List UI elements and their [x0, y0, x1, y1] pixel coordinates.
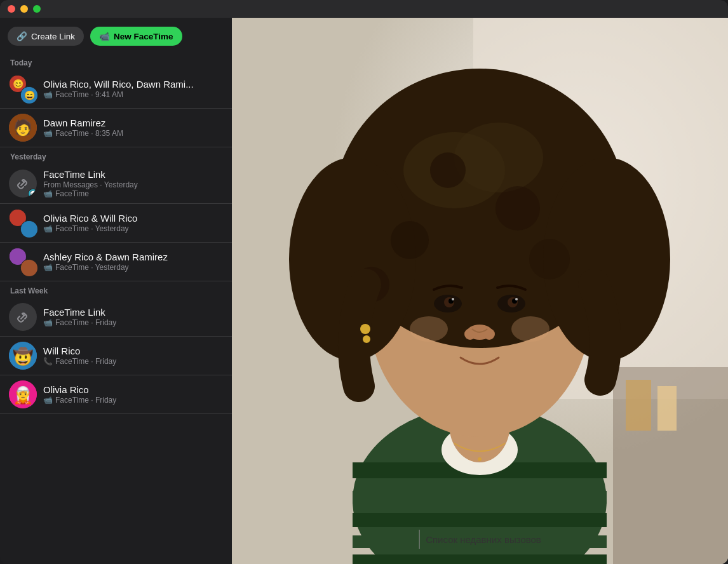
svg-point-53: [511, 316, 549, 342]
call-name-yesterday-1: FaceTime Link: [43, 169, 138, 180]
call-item-yesterday-3[interactable]: Ashley Rico & Dawn Ramirez 📹 FaceTime · …: [0, 243, 232, 281]
video-icon-y2: 📹: [43, 224, 53, 233]
call-meta-lastweek-1: 📹 FaceTime · Friday: [43, 318, 116, 327]
call-name-yesterday-2: Olivia Rico & Will Rico: [43, 213, 137, 224]
create-link-label: Create Link: [31, 32, 75, 41]
create-link-button[interactable]: 🔗 Create Link: [8, 27, 84, 46]
svg-point-7: [21, 221, 37, 238]
call-name-today-2: Dawn Ramirez: [43, 117, 123, 128]
close-button[interactable]: [8, 5, 15, 13]
call-meta-today-1: 📹 FaceTime · 9:41 AM: [43, 90, 194, 99]
call-meta-yesterday-1a: From Messages · Yesterday: [43, 180, 138, 189]
call-info-yesterday-2: Olivia Rico & Will Rico 📹 FaceTime · Yes…: [43, 213, 137, 233]
svg-point-54: [360, 324, 370, 334]
svg-text:😄: 😄: [24, 90, 36, 101]
avatar-link-yesterday1: 💬: [9, 170, 37, 198]
svg-point-47: [452, 298, 454, 300]
call-item-lastweek-3[interactable]: 🧝 Olivia Rico 📹 FaceTime · Friday: [0, 375, 232, 414]
video-icon-today2: 📹: [43, 129, 53, 138]
content-panel: Список недавних вызовов: [232, 18, 728, 564]
call-meta-yesterday-3: 📹 FaceTime · Yesterday: [43, 263, 168, 272]
background-photo: [232, 18, 728, 564]
new-facetime-button[interactable]: 📹 New FaceTime: [90, 27, 182, 46]
call-name-today-1: Olivia Rico, Will Rico, Dawn Rami...: [43, 79, 194, 90]
phone-icon-lw2: 📞: [43, 357, 53, 366]
svg-point-9: [21, 260, 37, 276]
avatar-will-lw: 🤠: [9, 342, 37, 370]
call-info-lastweek-2: Will Rico 📞 FaceTime · Friday: [43, 346, 116, 366]
svg-point-48: [515, 298, 518, 300]
call-name-lastweek-1: FaceTime Link: [43, 307, 116, 318]
svg-rect-25: [353, 554, 607, 564]
svg-text:🤠: 🤠: [13, 346, 34, 366]
call-name-yesterday-3: Ashley Rico & Dawn Ramirez: [43, 252, 168, 262]
toolbar: 🔗 Create Link 📹 New FaceTime: [0, 18, 232, 53]
caption-text: Список недавних вызовов: [426, 534, 541, 545]
call-item-yesterday-2[interactable]: Olivia Rico & Will Rico 📹 FaceTime · Yes…: [0, 204, 232, 243]
call-meta-lastweek-3: 📹 FaceTime · Friday: [43, 396, 116, 405]
avatar-will2: [20, 220, 37, 237]
minimize-button[interactable]: [20, 5, 28, 13]
main-container: 🔗 Create Link 📹 New FaceTime Today 😊: [0, 18, 728, 564]
call-meta-today-2: 📹 FaceTime · 8:35 AM: [43, 129, 123, 138]
svg-rect-18: [626, 380, 651, 431]
avatar-olivia-lw: 🧝: [9, 380, 37, 408]
call-info-lastweek-1: FaceTime Link 📹 FaceTime · Friday: [43, 307, 116, 327]
avatar-multi-yesterday3: [9, 248, 37, 276]
svg-point-29: [478, 457, 482, 461]
call-info-today-2: Dawn Ramirez 📹 FaceTime · 8:35 AM: [43, 117, 123, 138]
call-meta-lastweek-2: 📞 FaceTime · Friday: [43, 357, 116, 366]
call-item-today-1[interactable]: 😊 😄 Olivia Rico, Will Rico, Dawn Rami...…: [0, 70, 232, 109]
call-item-today-2[interactable]: 🧑 Dawn Ramirez 📹 FaceTime · 8:35 AM: [0, 109, 232, 147]
new-facetime-label: New FaceTime: [114, 32, 173, 41]
link-icon: 🔗: [17, 31, 27, 41]
video-icon-lw1: 📹: [43, 318, 53, 327]
call-item-yesterday-1[interactable]: 💬 FaceTime Link From Messages · Yesterda…: [0, 164, 232, 204]
svg-rect-22: [353, 491, 607, 504]
avatar-link-lastweek1: [9, 303, 37, 331]
sidebar: 🔗 Create Link 📹 New FaceTime Today 😊: [0, 18, 232, 564]
svg-point-36: [391, 221, 429, 259]
video-camera-icon: 📹: [99, 31, 110, 41]
video-icon-lw3: 📹: [43, 396, 53, 405]
avatar-dawn2: [20, 259, 37, 276]
call-name-lastweek-3: Olivia Rico: [43, 384, 116, 395]
svg-point-39: [529, 239, 570, 279]
svg-rect-23: [353, 513, 607, 527]
call-info-lastweek-3: Olivia Rico 📹 FaceTime · Friday: [43, 384, 116, 405]
maximize-button[interactable]: [33, 5, 41, 13]
avatar-multi-yesterday2: [9, 209, 37, 237]
svg-rect-19: [657, 386, 677, 431]
caption-area: Список недавних вызовов: [419, 530, 541, 549]
call-meta-yesterday-2: 📹 FaceTime · Yesterday: [43, 224, 137, 233]
video-icon-today1: 📹: [43, 90, 53, 99]
messages-badge: 💬: [28, 189, 37, 198]
call-item-lastweek-2[interactable]: 🤠 Will Rico 📞 FaceTime · Friday: [0, 337, 232, 375]
avatar-multi-today1: 😊 😄: [9, 75, 37, 103]
svg-point-38: [430, 152, 466, 188]
video-icon-y1: 📹: [43, 189, 53, 198]
svg-point-37: [495, 186, 540, 231]
call-info-today-1: Olivia Rico, Will Rico, Dawn Rami... 📹 F…: [43, 79, 194, 99]
section-header-lastweek: Last Week: [0, 281, 232, 298]
svg-point-35: [454, 123, 543, 192]
avatar-will: 😄: [20, 86, 37, 103]
call-name-lastweek-2: Will Rico: [43, 346, 116, 356]
call-meta-yesterday-1b: 📹 FaceTime: [43, 189, 138, 198]
section-header-today: Today: [0, 53, 232, 70]
title-bar: [0, 0, 728, 18]
svg-text:🧝: 🧝: [13, 385, 34, 405]
section-header-yesterday: Yesterday: [0, 147, 232, 164]
avatar-dawn: 🧑: [9, 114, 37, 142]
svg-point-52: [410, 316, 448, 342]
video-icon-y3: 📹: [43, 263, 53, 272]
call-info-yesterday-3: Ashley Rico & Dawn Ramirez 📹 FaceTime · …: [43, 252, 168, 272]
call-info-yesterday-1: FaceTime Link From Messages · Yesterday …: [43, 169, 138, 198]
svg-text:🧑: 🧑: [13, 118, 32, 137]
call-item-lastweek-1[interactable]: FaceTime Link 📹 FaceTime · Friday: [0, 298, 232, 337]
svg-point-55: [363, 335, 370, 343]
